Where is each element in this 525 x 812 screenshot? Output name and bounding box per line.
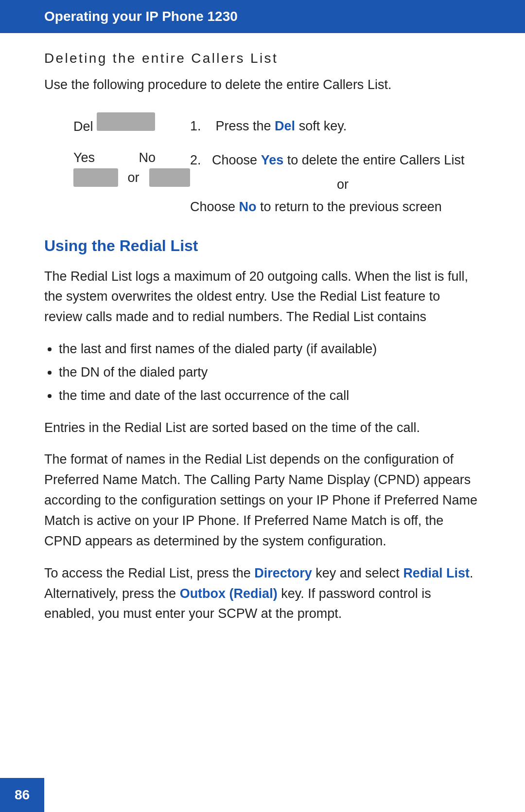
step2-choice-no-prefix: Choose: [190, 199, 239, 214]
bullet-item-1: the last and first names of the dialed p…: [59, 339, 481, 360]
section2-paragraph3: The format of names in the Redial List d…: [44, 450, 481, 551]
step1-prefix: Press the: [216, 119, 275, 133]
step2-number: 2.: [190, 153, 201, 167]
page-number: 86: [15, 787, 30, 803]
section2-paragraph2: Entries in the Redial List are sorted ba…: [44, 418, 481, 438]
yes-label: Yes: [73, 150, 134, 165]
yes-key-button: [73, 168, 118, 187]
section2-title: Using the Redial List: [44, 237, 481, 255]
main-content: Deleting the entire Callers List Use the…: [0, 51, 525, 675]
step1-del-bold: Del: [275, 119, 295, 133]
no-label: No: [134, 150, 190, 165]
step2-yes-bold: Yes: [261, 153, 284, 167]
step1-block: Del 1. Press the Del soft key.: [44, 112, 481, 136]
step2-block: Yes No or 2. Choose Yes to delete the en…: [44, 150, 481, 217]
step2-content: 2. Choose Yes to delete the entire Calle…: [190, 150, 481, 217]
page-number-box: 86: [0, 778, 44, 812]
bullet-item-3: the time and date of the last occurrence…: [59, 386, 481, 406]
step2-choice-yes-suffix: to delete the entire Callers List: [283, 153, 464, 167]
para4-bold2: Redial List: [403, 566, 470, 580]
step1-suffix: soft key.: [295, 119, 347, 133]
step2-right: 2. Choose Yes to delete the entire Calle…: [190, 150, 481, 217]
step1-left: Del: [44, 112, 190, 136]
bullet-item-2: the DN of the dialed party: [59, 362, 481, 383]
section1-heading: Deleting the entire Callers List: [44, 51, 481, 66]
header-text-regular: Operating your IP Phone: [44, 9, 208, 24]
step2-choice-no: Choose No to return to the previous scre…: [190, 197, 481, 217]
step1-instruction: 1. Press the Del soft key.: [190, 112, 481, 136]
del-key-label: Del: [73, 119, 93, 134]
del-key-button: [97, 112, 155, 131]
yes-no-buttons-row: or: [73, 168, 190, 187]
para4-bold3: Outbox (Redial): [180, 586, 278, 601]
section2-bullet-list: the last and first names of the dialed p…: [44, 339, 481, 406]
header-text: Operating your IP Phone 1230: [44, 9, 238, 24]
step2-choice-no-suffix: to return to the previous screen: [257, 199, 442, 214]
step2-no-bold: No: [239, 199, 257, 214]
header-bar: Operating your IP Phone 1230: [0, 0, 525, 33]
step2-or-middle: or: [190, 171, 481, 197]
para4-part2: key and select: [312, 566, 403, 580]
section1-intro: Use the following procedure to delete th…: [44, 75, 481, 95]
or-label: or: [128, 170, 140, 185]
step1-number: 1.: [190, 119, 201, 133]
section2-paragraph4: To access the Redial List, press the Dir…: [44, 563, 481, 625]
yes-no-labels: Yes No: [73, 150, 190, 165]
section2-paragraph1: The Redial List logs a maximum of 20 out…: [44, 267, 481, 328]
step2-number-line: 2. Choose Yes to delete the entire Calle…: [190, 150, 481, 171]
step2-choice-yes-prefix: Choose: [212, 153, 261, 167]
para4-bold1: Directory: [254, 566, 312, 580]
step1-right: 1. Press the Del soft key.: [190, 112, 481, 136]
step2-left: Yes No or: [44, 150, 190, 217]
no-key-button: [149, 168, 190, 187]
para4-part1: To access the Redial List, press the: [44, 566, 254, 580]
header-text-bold: 1230: [208, 9, 238, 24]
